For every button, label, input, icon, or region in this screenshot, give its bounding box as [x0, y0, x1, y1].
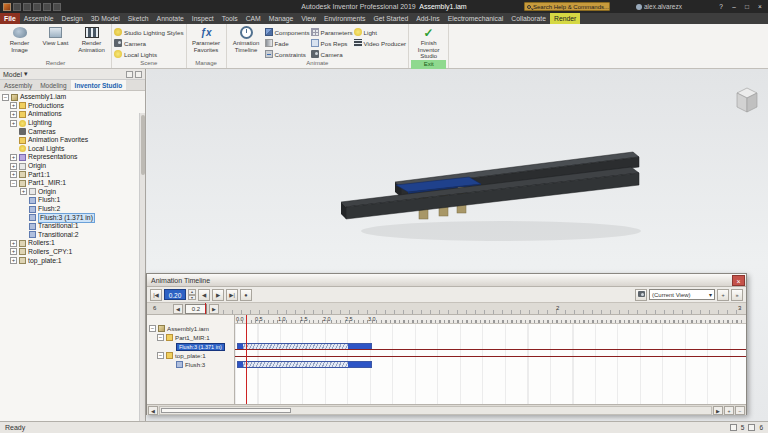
tree-item-part1[interactable]: Part1:1 [0, 170, 145, 179]
redo-icon[interactable] [53, 3, 61, 11]
tab-inspect[interactable]: Inspect [188, 13, 218, 24]
search-input[interactable]: Search Help & Commands... [524, 2, 610, 11]
tab-sketch[interactable]: Sketch [124, 13, 153, 24]
local-lights-button[interactable]: Local Lights [114, 49, 184, 59]
timeline-close-button[interactable]: × [732, 275, 745, 286]
expand-icon[interactable] [10, 171, 17, 178]
collapse-icon[interactable] [157, 334, 164, 341]
tab-design[interactable]: Design [58, 13, 87, 24]
ruler-scroll-right-button[interactable]: ▶ [209, 304, 219, 314]
expand-icon[interactable] [10, 248, 17, 255]
tree-item-rollers-cpy[interactable]: Rollers_CPY:1 [0, 248, 145, 257]
tab-assemble[interactable]: Assemble [20, 13, 58, 24]
tree-item-part1-mir[interactable]: Part1_MIR:1 [0, 179, 145, 188]
tree-item-transitional1[interactable]: Transitional:1 [0, 222, 145, 231]
browser-tab-assembly[interactable]: Assembly [0, 80, 36, 90]
expand-icon[interactable] [10, 163, 17, 170]
tree-item-flush3-selected[interactable]: Flush:3 (1.371 in) [0, 213, 145, 222]
tab-electromechanical[interactable]: Electromechanical [444, 13, 508, 24]
tab-manage[interactable]: Manage [265, 13, 298, 24]
minimize-button[interactable]: – [728, 1, 740, 12]
tree-item-animation-favorites[interactable]: Animation Favorites [0, 136, 145, 145]
timeline-track-area[interactable]: 0.0 0.5 1.0 1.5 2.0 2.5 3.0 [235, 315, 746, 404]
components-button[interactable]: Components [265, 27, 310, 37]
play-button[interactable]: ▶ [212, 289, 224, 301]
tree-item-transitional2[interactable]: Transitional:2 [0, 231, 145, 240]
tree-item-animations[interactable]: Animations [0, 110, 145, 119]
finish-inventor-studio-button[interactable]: ✓ Finish Inventor Studio [411, 25, 446, 60]
tab-3d-model[interactable]: 3D Model [87, 13, 124, 24]
timeline-tree-item-flush3-selected[interactable]: Flush:3 (1.371 in) [147, 342, 234, 351]
scroll-left-button[interactable]: ◀ [148, 406, 158, 415]
tree-item-origin[interactable]: Origin [0, 162, 145, 171]
tab-get-started[interactable]: Get Started [369, 13, 412, 24]
timeline-overview-ruler[interactable]: 6 ◀ 0.2 ▶ 2 3 [147, 303, 746, 315]
ruler-zoom-thumb[interactable]: 0.2 [185, 304, 207, 314]
fade-button[interactable]: Fade [265, 38, 310, 48]
tree-item-representations[interactable]: Representations [0, 153, 145, 162]
collapse-icon[interactable] [149, 325, 156, 332]
render-image-button[interactable]: Render Image [2, 25, 37, 53]
scrollbar-thumb[interactable] [141, 115, 145, 175]
open-icon[interactable] [23, 3, 31, 11]
animation-timeline-button[interactable]: Animation Timeline [229, 25, 264, 53]
browser-menu-dropdown-icon[interactable]: ▾ [24, 70, 28, 78]
tab-annotate[interactable]: Annotate [153, 13, 188, 24]
go-to-start-button[interactable]: |◀ [150, 289, 162, 301]
expand-icon[interactable] [10, 102, 17, 109]
parameter-favorites-button[interactable]: ƒx Parameter Favorites [189, 25, 224, 53]
inventor-logo-icon[interactable] [3, 3, 11, 11]
render-animation-button[interactable]: Render Animation [74, 25, 109, 53]
tab-view[interactable]: View [297, 13, 320, 24]
browser-scrollbar[interactable] [139, 113, 145, 421]
scrollbar-track[interactable] [159, 406, 712, 415]
playhead-line[interactable] [246, 315, 247, 404]
play-backward-button[interactable]: ◀ [198, 289, 210, 301]
timeline-tree-item-part1-mir[interactable]: Part1_MIR:1 [147, 333, 234, 342]
studio-lighting-styles-button[interactable]: Studio Lighting Styles [114, 27, 184, 37]
camera-view-select[interactable]: (Current View) ▾ [649, 289, 715, 300]
view-last-button[interactable]: View Last [38, 25, 73, 47]
expand-icon[interactable] [10, 154, 17, 161]
spin-down-icon[interactable]: ▼ [188, 295, 196, 301]
zoom-out-button[interactable]: − [735, 406, 745, 415]
browser-tab-modeling[interactable]: Modeling [36, 80, 70, 90]
browser-tab-inventor-studio[interactable]: Inventor Studio [71, 80, 127, 90]
constraints-button[interactable]: Constraints [265, 49, 310, 59]
bar-end-cap[interactable] [366, 362, 371, 367]
tab-render[interactable]: Render [550, 13, 580, 24]
new-file-icon[interactable] [13, 3, 21, 11]
tree-item-assembly1[interactable]: Assembly1.iam [0, 93, 145, 102]
timeline-tree-item-flush3[interactable]: Flush:3 [147, 360, 234, 369]
tree-item-productions[interactable]: Productions [0, 102, 145, 111]
video-producer-button[interactable]: Video Producer [354, 38, 407, 48]
timeline-tree-item-assembly1[interactable]: Assembly1.iam [147, 324, 234, 333]
close-button[interactable]: × [754, 1, 766, 12]
tab-add-ins[interactable]: Add-Ins [412, 13, 443, 24]
tab-cam[interactable]: CAM [242, 13, 265, 24]
tab-environments[interactable]: Environments [320, 13, 370, 24]
maximize-button[interactable]: □ [741, 1, 753, 12]
undo-icon[interactable] [43, 3, 51, 11]
browser-filter-icon[interactable] [126, 71, 133, 78]
help-button[interactable]: ? [715, 1, 727, 12]
pos-reps-button[interactable]: Pos Reps [311, 38, 353, 48]
animation-action-bar[interactable] [237, 361, 372, 368]
add-camera-button[interactable]: + [717, 289, 729, 301]
camera-options-button[interactable] [635, 289, 647, 301]
parameters-button[interactable]: Parameters [311, 27, 353, 37]
tree-item-local-lights[interactable]: Local Lights [0, 145, 145, 154]
expand-icon[interactable] [10, 240, 17, 247]
animate-camera-button[interactable]: Camera [311, 49, 353, 59]
tree-item-flush1[interactable]: Flush:1 [0, 196, 145, 205]
ruler-scroll-left-button[interactable]: ◀ [173, 304, 183, 314]
expand-icon[interactable] [10, 257, 17, 264]
current-time-input[interactable]: 0.20 [164, 289, 186, 300]
expand-icon[interactable] [20, 188, 27, 195]
scrollbar-thumb[interactable] [161, 408, 291, 413]
animate-light-button[interactable]: Light [354, 27, 407, 37]
tree-item-part1-mir-origin[interactable]: Origin [0, 188, 145, 197]
playhead-marker[interactable] [205, 303, 206, 314]
collapse-icon[interactable] [157, 352, 164, 359]
timeline-tree-item-top-plate[interactable]: top_plate:1 [147, 351, 234, 360]
